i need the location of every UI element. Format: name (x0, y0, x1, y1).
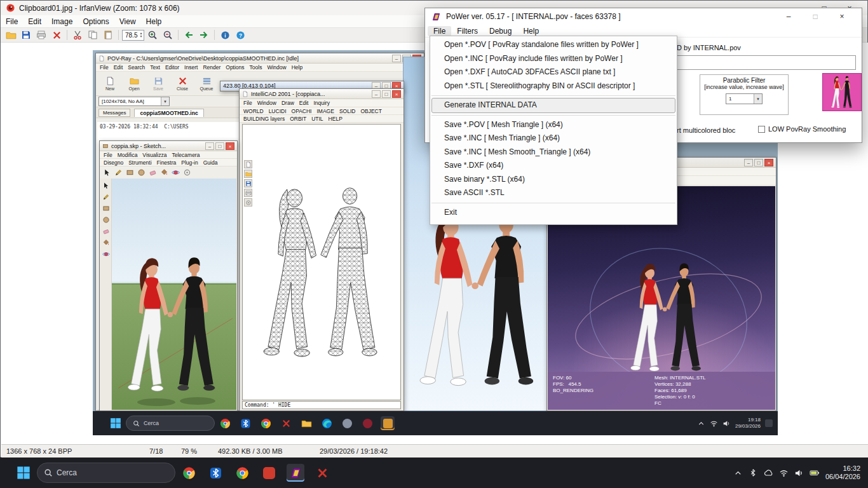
power-minimize-button[interactable]: – (775, 12, 802, 21)
zoom-in-icon[interactable] (146, 29, 159, 41)
render-resolution-select[interactable]: [1024x768, No AA] ▼ (98, 97, 170, 106)
dropdown-arrow-icon[interactable]: ▼ (754, 94, 762, 104)
povray-titlebar[interactable]: POV-Ray - C:\Users\gmser\OneDrive\Deskto… (96, 53, 424, 64)
povray-toolbar-button[interactable]: Save (147, 73, 170, 94)
povray-minimize-button[interactable]: – (392, 55, 401, 62)
circle-tool-icon[interactable] (101, 215, 111, 224)
power-close-button[interactable]: × (829, 12, 855, 21)
povray-menu-item[interactable]: File (97, 64, 111, 71)
cad-tool-icon[interactable] (244, 189, 252, 197)
power-menu-item[interactable]: Help (517, 26, 545, 36)
sketchup-menu-item[interactable]: File (101, 152, 115, 158)
next-image-icon[interactable] (197, 29, 211, 41)
stl-maximize-button[interactable]: □ (754, 159, 763, 166)
parabolic-filter-select[interactable]: 1 ▼ (726, 93, 763, 104)
app-icon-darkred[interactable] (360, 416, 374, 430)
rectangle-tool-icon[interactable] (101, 203, 111, 213)
paint-tool-icon[interactable] (159, 168, 169, 177)
eraser-tool-icon[interactable] (147, 168, 158, 177)
povray-menu-item[interactable]: Tools (247, 64, 265, 71)
power-maximize-button[interactable]: □ (802, 12, 829, 21)
cad-tool-icon[interactable] (244, 179, 252, 187)
search-box[interactable]: Cerca (37, 463, 175, 483)
povray-menu-item[interactable]: Edit (111, 64, 126, 71)
file-menu-item[interactable]: Open *.DXF [ AutoCAD 3DFACEs ASCII plane… (430, 65, 677, 79)
paint-tool-icon[interactable] (101, 238, 111, 247)
intellicad-close-button[interactable]: × (392, 90, 401, 98)
app-icon-bluetooth[interactable] (238, 416, 252, 430)
intellicad-menu-item[interactable]: OPACHI (289, 108, 315, 114)
app-icon-red-x[interactable] (279, 416, 293, 430)
sketchup-menu-item[interactable]: Strumenti (126, 159, 154, 166)
cad-tool-icon[interactable] (244, 198, 252, 207)
irfanview-menu-item[interactable]: Help (141, 17, 167, 26)
low-smoothing-checkbox-row[interactable]: LOW PovRay Smoothing (758, 125, 846, 133)
intellicad-menu-item[interactable]: ORBIT (287, 116, 309, 122)
power-titlebar[interactable]: PoWer ver. 05.17 - [ INTERNAL.pov - face… (425, 8, 862, 25)
file-menu-item[interactable]: Open *.POV [ PovRay standalone files wri… (430, 38, 677, 52)
checkbox-icon[interactable] (758, 126, 765, 133)
tray-volume-icon[interactable] (794, 468, 804, 478)
intellicad-menu-item[interactable]: IMAGE (314, 108, 336, 114)
captured-clock[interactable]: 19:18 29/03/2026 (735, 417, 761, 429)
file-menu-item[interactable]: Save *.DXF (x64) (430, 159, 677, 173)
orbit-tool-icon[interactable] (170, 168, 180, 177)
save-icon[interactable] (19, 29, 33, 41)
file-menu-item[interactable]: Save *.POV [ Mesh Triangle ] (x64) (430, 118, 677, 132)
intellicad-command-line[interactable]: Command: ' HIDE (242, 401, 401, 409)
file-menu-item[interactable] (431, 203, 675, 203)
povray-menu-item[interactable]: Editor (163, 64, 182, 71)
intellicad-canvas[interactable] (242, 124, 401, 400)
tray-battery-icon[interactable] (810, 468, 820, 478)
tray-wifi-icon[interactable] (710, 419, 718, 428)
sketchup-menu-item[interactable]: Finestra (154, 159, 179, 166)
tray-bluetooth-icon[interactable] (749, 468, 757, 477)
file-menu-item[interactable]: Save *.INC [ Mesh Smooth_Triangle ] (x64… (430, 146, 677, 159)
line-tool-icon[interactable] (101, 192, 111, 201)
tray-cloud-icon[interactable] (763, 468, 773, 478)
dropdown-arrow-icon[interactable]: ▼ (161, 97, 169, 105)
circle-tool-icon[interactable] (136, 168, 146, 177)
app-icon-bluetooth[interactable] (207, 464, 224, 482)
file-menu-item[interactable]: Generate INTERNAL DATA (432, 98, 675, 112)
intellicad-menu-item[interactable]: Inquiry (311, 100, 332, 106)
intellicad-titlebar[interactable]: IntelliCAD 2001 - [coppiaca... – □ × (240, 89, 403, 99)
povray-menu-item[interactable]: Insert (182, 64, 200, 71)
irfanview-menu-item[interactable]: File (1, 17, 23, 26)
povray-menu-item[interactable]: Search (125, 64, 147, 71)
irfanview-menu-item[interactable]: Edit (23, 17, 46, 26)
app-icon-folder[interactable] (299, 416, 313, 430)
intellicad-menu-item[interactable]: UTIL (309, 116, 325, 122)
sketchup-close-button[interactable]: × (226, 142, 234, 150)
intellicad-menu-item[interactable]: LUCIDI (266, 108, 289, 114)
previous-image-icon[interactable] (182, 29, 196, 41)
rectangle-tool-icon[interactable] (125, 168, 135, 177)
sketchup-menu-item[interactable]: Visualizza (140, 152, 169, 158)
povray-menu-item[interactable]: Help (289, 64, 305, 71)
sketchup-titlebar[interactable]: coppia.skp - Sketch... – □ × (100, 141, 237, 151)
intellicad-menu-item[interactable]: File (241, 100, 255, 106)
sketchup-menu-item[interactable]: Modifica (115, 152, 140, 158)
intellicad-menu-item[interactable]: BUILDING layers (241, 116, 287, 122)
notification-badge[interactable] (765, 419, 773, 427)
tray-wifi-icon[interactable] (779, 468, 789, 478)
app-icon-irfanview-active[interactable] (381, 416, 395, 430)
intellicad-menu-item[interactable]: SOLID (337, 108, 358, 114)
file-menu-item[interactable] (431, 95, 675, 96)
povray-toolbar-button[interactable]: Close (171, 73, 194, 94)
image-info-icon[interactable] (218, 29, 232, 41)
messages-button[interactable]: Messages (98, 109, 130, 117)
intellicad-maximize-button[interactable]: □ (382, 90, 391, 98)
taskbar-clock[interactable]: 16:32 06/04/2026 (825, 464, 860, 481)
intellicad-menu-item[interactable]: WORLD (241, 108, 266, 114)
intellicad-menu-item[interactable]: OBJECT (358, 108, 384, 114)
irfanview-menu-item[interactable]: Options (78, 17, 114, 26)
print-icon[interactable] (34, 29, 48, 41)
cad-tool-icon[interactable] (244, 170, 252, 178)
sketchup-menu-item[interactable]: Disegno (101, 159, 126, 166)
tray-chevron-up-icon[interactable] (733, 468, 743, 478)
line-tool-icon[interactable] (113, 168, 123, 177)
app-icon-chrome[interactable] (259, 416, 273, 430)
sketchup-maximize-button[interactable]: □ (215, 142, 224, 150)
cut-icon[interactable] (71, 29, 85, 41)
